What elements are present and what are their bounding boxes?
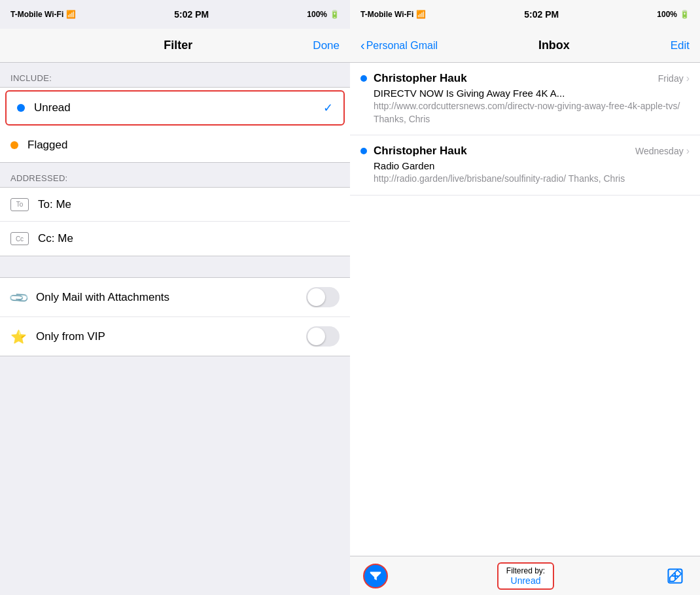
cc-me-label: Cc: Me xyxy=(38,232,340,245)
toggle-item-attachments[interactable]: 📎 Only Mail with Attachments xyxy=(0,278,350,317)
back-chevron-icon: ‹ xyxy=(360,38,365,53)
right-status-left: T-Mobile Wi-Fi 📶 xyxy=(360,10,426,19)
to-me-label: To: Me xyxy=(38,198,340,211)
right-wifi-icon: 📶 xyxy=(416,10,426,19)
right-status-right: 100% 🔋 xyxy=(657,10,690,19)
filtered-by-label: Filtered by: xyxy=(506,566,545,575)
email-2-date-row: Wednesday › xyxy=(635,145,690,157)
email-1-header: Christopher Hauk Friday › xyxy=(360,72,690,85)
right-status-time: 5:02 PM xyxy=(524,9,559,20)
back-label: Personal Gmail xyxy=(366,40,438,52)
email-1-unread-dot xyxy=(360,75,367,82)
to-icon: To xyxy=(10,198,29,211)
divider xyxy=(0,256,350,277)
filter-item-flagged[interactable]: Flagged xyxy=(0,128,350,162)
email-1-sender-row: Christopher Hauk xyxy=(360,72,467,85)
addressed-section-header: ADDRESSED: xyxy=(0,163,350,187)
unread-label: Unread xyxy=(34,101,323,114)
email-2-subject: Radio Garden xyxy=(374,160,690,171)
include-section-header: INCLUDE: xyxy=(0,63,350,87)
email-2-chevron-icon: › xyxy=(686,145,690,157)
compose-button[interactable] xyxy=(663,564,687,588)
right-battery-text: 100% xyxy=(657,10,677,19)
filter-title: Filter xyxy=(164,39,192,52)
edit-button[interactable]: Edit xyxy=(671,39,690,52)
paperclip-icon: 📎 xyxy=(7,286,30,309)
inbox-nav-bar: ‹ Personal Gmail Inbox Edit xyxy=(350,29,700,63)
vip-label: Only from VIP xyxy=(36,330,306,343)
filter-nav-bar: Filter Done xyxy=(0,29,350,63)
email-1-subject: DIRECTV NOW Is Giving Away Free 4K A... xyxy=(374,88,690,99)
filter-button[interactable] xyxy=(363,564,388,588)
filtered-by-box: Filtered by: Unread xyxy=(497,562,554,590)
email-2-unread-dot xyxy=(360,148,367,154)
attachments-label: Only Mail with Attachments xyxy=(36,291,306,304)
compose-icon xyxy=(666,567,684,585)
right-carrier-text: T-Mobile Wi-Fi xyxy=(360,10,413,19)
left-status-left: T-Mobile Wi-Fi 📶 xyxy=(10,10,76,19)
email-item-1[interactable]: Christopher Hauk Friday › DIRECTV NOW Is… xyxy=(350,63,700,135)
email-1-preview: http://www.cordcuttersnews.com/directv-n… xyxy=(374,100,690,126)
addressed-filter-list: To To: Me Cc Cc: Me xyxy=(0,187,350,256)
filter-icon xyxy=(368,569,383,583)
unread-dot xyxy=(17,104,25,112)
filter-panel: T-Mobile Wi-Fi 📶 5:02 PM 100% 🔋 Filter D… xyxy=(0,0,350,595)
filter-item-cc-me[interactable]: Cc Cc: Me xyxy=(0,222,350,256)
right-status-bar: T-Mobile Wi-Fi 📶 5:02 PM 100% 🔋 xyxy=(350,0,700,29)
vip-toggle[interactable] xyxy=(306,326,340,347)
left-status-right: 100% 🔋 xyxy=(307,10,340,19)
attachments-toggle[interactable] xyxy=(306,287,340,307)
right-battery-icon: 🔋 xyxy=(680,10,690,19)
inbox-title: Inbox xyxy=(538,39,570,52)
email-2-sender-row: Christopher Hauk xyxy=(360,144,467,158)
email-2-date: Wednesday xyxy=(635,146,684,156)
back-button[interactable]: ‹ Personal Gmail xyxy=(360,38,438,53)
inbox-toolbar: Filtered by: Unread xyxy=(350,556,700,595)
email-list: Christopher Hauk Friday › DIRECTV NOW Is… xyxy=(350,63,700,556)
battery-icon: 🔋 xyxy=(330,10,340,19)
email-2-preview: http://radio.garden/live/brisbane/soulfi… xyxy=(374,173,690,186)
filter-item-unread[interactable]: Unread ✓ xyxy=(5,90,345,126)
battery-text: 100% xyxy=(307,10,327,19)
cc-icon: Cc xyxy=(10,232,29,245)
toggle-item-vip[interactable]: ⭐ Only from VIP xyxy=(0,317,350,356)
include-filter-list: Unread ✓ Flagged xyxy=(0,87,350,163)
left-status-time: 5:02 PM xyxy=(174,9,209,20)
left-status-bar: T-Mobile Wi-Fi 📶 5:02 PM 100% 🔋 xyxy=(0,0,350,29)
email-1-sender: Christopher Hauk xyxy=(374,72,467,85)
flagged-label: Flagged xyxy=(27,139,340,152)
email-2-header: Christopher Hauk Wednesday › xyxy=(360,144,690,158)
carrier-text: T-Mobile Wi-Fi xyxy=(10,10,63,19)
email-1-chevron-icon: › xyxy=(686,73,690,84)
done-button[interactable]: Done xyxy=(313,39,340,52)
email-1-date-row: Friday › xyxy=(658,73,690,84)
email-item-2[interactable]: Christopher Hauk Wednesday › Radio Garde… xyxy=(350,135,700,196)
unread-checkmark: ✓ xyxy=(323,101,333,115)
email-1-date: Friday xyxy=(658,73,684,84)
toggle-section: 📎 Only Mail with Attachments ⭐ Only from… xyxy=(0,277,350,356)
email-2-sender: Christopher Hauk xyxy=(374,144,467,158)
filtered-by-value: Unread xyxy=(506,575,545,586)
filter-item-to-me[interactable]: To To: Me xyxy=(0,188,350,222)
flagged-dot xyxy=(10,141,18,149)
star-icon: ⭐ xyxy=(10,329,27,345)
inbox-panel: T-Mobile Wi-Fi 📶 5:02 PM 100% 🔋 ‹ Person… xyxy=(350,0,700,595)
wifi-icon: 📶 xyxy=(66,10,76,19)
